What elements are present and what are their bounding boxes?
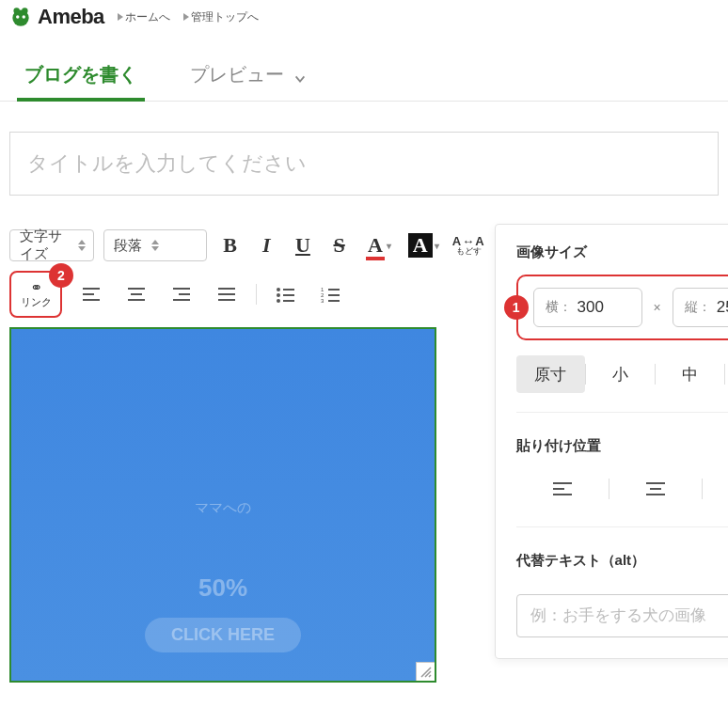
text-color-button[interactable]: A ▾ [362,233,395,258]
width-value: 300 [578,298,604,317]
image-width-input[interactable]: 横： 300 [533,288,642,327]
underline-button[interactable]: U [290,229,317,261]
tab-write-label: ブログを書く [24,62,137,87]
image-height-input[interactable]: 縦： 250 [673,288,728,327]
stepper-icon [78,240,86,251]
image-settings-panel: 画像サイズ 1 横： 300 × 縦： 250 原寸 小 中 大 貼り付け位置 [495,224,728,659]
nav-home-link[interactable]: ホームへ [118,9,170,25]
paste-position-heading: 貼り付け位置 [516,437,728,455]
preset-small[interactable]: 小 [586,355,655,393]
reset-format-button[interactable]: A↔A もどす [452,235,485,256]
ameba-mascot-icon [8,4,34,30]
font-size-select[interactable]: 文字サイズ [9,229,94,261]
paste-align-left[interactable] [516,470,609,508]
callout-badge-1: 1 [504,295,529,320]
reset-bottom-label: もどす [456,247,482,256]
image-size-heading: 画像サイズ [516,244,728,261]
align-right-button[interactable] [166,278,198,310]
width-prefix: 横： [546,299,572,316]
toolbar-row-2: ⚭ リンク ▾ 2 123 [9,271,485,318]
link-icon: ⚭ [30,280,42,295]
paste-align-center[interactable] [609,470,702,508]
ordered-list-button[interactable]: 123 [315,278,347,310]
height-value: 250 [717,298,728,317]
height-prefix: 縦： [685,299,711,316]
link-button-label: リンク [21,295,52,309]
paste-position-row [516,470,728,508]
svg-point-1 [13,8,20,14]
svg-point-4 [23,15,25,18]
editor-tabs: ブログを書く プレビュー [0,51,728,102]
font-size-label: 文字サイズ [20,228,69,263]
triangle-right-icon [183,13,189,21]
paste-align-right[interactable] [703,470,728,508]
canvas-discount: 50% [198,573,247,603]
align-center-button[interactable] [120,278,152,310]
svg-point-19 [277,299,280,303]
brand-logo[interactable]: Ameba [8,4,104,30]
align-left-button[interactable] [75,278,107,310]
canvas-cta: CLICK HERE [145,618,301,652]
topbar: Ameba ホームへ 管理トップへ [0,0,728,30]
image-size-box: 1 横： 300 × 縦： 250 [516,275,728,340]
preset-medium[interactable]: 中 [656,355,724,393]
block-format-label: 段落 [114,237,142,255]
alt-text-heading: 代替テキスト（alt） [516,552,728,570]
svg-point-2 [22,8,28,14]
insert-link-button[interactable]: ⚭ リンク ▾ 2 [9,271,62,318]
post-title-input[interactable] [9,132,719,196]
caret-down-icon: ▾ [435,241,439,251]
nav-admin-label: 管理トップへ [191,9,259,25]
alt-text-input[interactable] [516,594,728,637]
highlight-color-button[interactable]: A ▾ [404,233,443,258]
caret-down-icon: ▾ [387,241,391,251]
resize-handle[interactable] [416,662,436,683]
block-format-select[interactable]: 段落 [103,229,207,261]
callout-badge-2: 2 [49,263,73,288]
toolbar-divider [256,284,257,305]
italic-button[interactable]: I [253,229,280,261]
tab-preview-label: プレビュー [190,62,284,87]
unordered-list-button[interactable] [270,278,302,310]
align-justify-button[interactable] [211,278,243,310]
svg-point-18 [277,293,280,297]
canvas-text: ママへの [195,499,251,517]
brand-name: Ameba [38,5,104,29]
stepper-icon [151,240,159,251]
strike-button[interactable]: S [325,229,353,261]
times-icon: × [654,300,661,315]
svg-point-3 [16,15,19,18]
bold-button[interactable]: B [216,229,244,261]
svg-text:3: 3 [321,298,324,303]
tab-preview[interactable]: プレビュー [186,51,310,101]
svg-point-17 [277,288,280,291]
selected-image[interactable]: ママへの 50% CLICK HERE [9,327,436,683]
tab-write[interactable]: ブログを書く [21,51,141,101]
size-preset-row: 原寸 小 中 大 [516,355,728,393]
triangle-right-icon [118,13,123,21]
nav-admin-link[interactable]: 管理トップへ [183,9,259,25]
preset-original[interactable]: 原寸 [516,355,585,393]
toolbar-row-1: 文字サイズ 段落 B I U S A ▾ A ▾ A↔A もどす [9,229,485,261]
nav-home-label: ホームへ [125,9,170,25]
chevron-down-icon [293,69,307,82]
